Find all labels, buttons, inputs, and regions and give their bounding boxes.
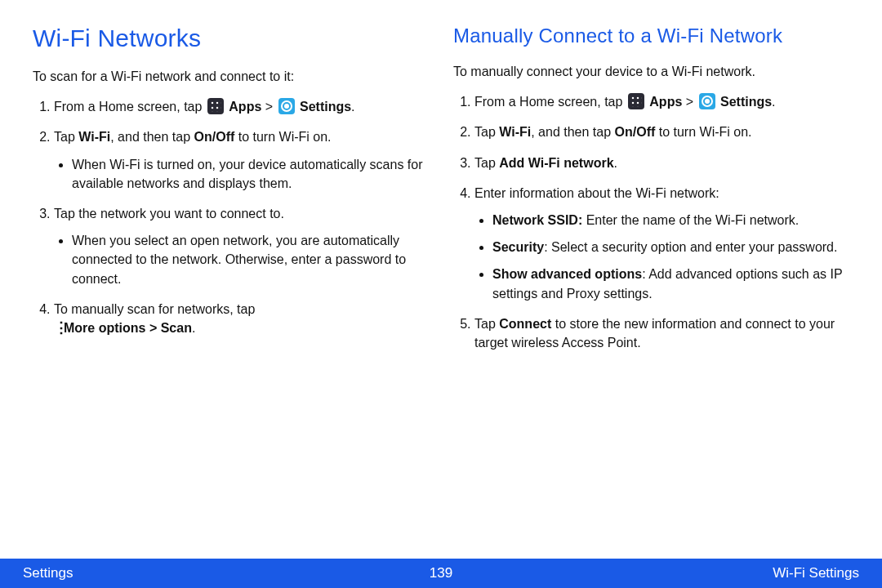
t: Tap (474, 125, 499, 139)
t: To manually scan for networks, tap (54, 302, 255, 316)
step-3: Tap the network you want to connect to. … (54, 204, 429, 288)
content-area: Wi-Fi Networks To scan for a Wi-Fi netwo… (0, 0, 882, 559)
step-3: Tap Add Wi-Fi network. (474, 154, 849, 172)
settings-icon (278, 98, 295, 114)
sub-item: Show advanced options: Add advanced opti… (492, 265, 849, 302)
t: Tap the network you want to connect to. (54, 207, 284, 220)
step-1: From a Home screen, tap Apps > Settings. (54, 97, 429, 116)
footer-left: Settings (23, 565, 73, 581)
security-label: Security (492, 240, 544, 254)
period: . (351, 100, 354, 114)
t: to turn Wi-Fi on. (655, 125, 751, 139)
t: Enter the name of the Wi-Fi network. (582, 213, 799, 227)
sub-item: Network SSID: Enter the name of the Wi-F… (492, 211, 849, 229)
t: Enter information about the Wi-Fi networ… (474, 186, 719, 200)
apps-label: Apps (649, 95, 682, 109)
more-options-icon (54, 320, 62, 335)
apps-label: Apps (229, 100, 261, 114)
intro-right: To manually connect your device to a Wi-… (453, 62, 849, 81)
steps-right: From a Home screen, tap Apps > Settings.… (453, 92, 849, 352)
page-footer: Settings 139 Wi-Fi Settings (0, 559, 882, 588)
step-2: Tap Wi-Fi, and then tap On/Off to turn W… (54, 127, 429, 193)
step-text: From a Home screen, tap (54, 100, 206, 114)
sub-item: When you select an open network, you are… (72, 231, 429, 288)
wifi-label: Wi-Fi (499, 125, 531, 139)
step-4: Enter information about the Wi-Fi networ… (474, 184, 849, 303)
t: Tap (474, 156, 499, 170)
t: , and then tap (531, 125, 614, 139)
settings-label: Settings (720, 95, 772, 109)
separator: > (261, 100, 276, 114)
section-title-right: Manually Connect to a Wi-Fi Network (453, 24, 849, 47)
t: From a Home screen, tap (474, 95, 626, 109)
left-column: Wi-Fi Networks To scan for a Wi-Fi netwo… (33, 24, 429, 550)
intro-left: To scan for a Wi-Fi network and connect … (33, 67, 429, 86)
step-2: Tap Wi-Fi, and then tap On/Off to turn W… (474, 122, 849, 141)
add-wifi-label: Add Wi-Fi network (499, 156, 613, 170)
ssid-label: Network SSID: (492, 213, 582, 227)
t: . (614, 156, 617, 170)
manual-page: Wi-Fi Networks To scan for a Wi-Fi netwo… (0, 0, 882, 588)
steps-left: From a Home screen, tap Apps > Settings.… (33, 97, 429, 337)
substeps: Network SSID: Enter the name of the Wi-F… (474, 211, 849, 303)
t: Tap (474, 317, 499, 331)
wifi-label: Wi-Fi (78, 130, 110, 144)
connect-label: Connect (499, 317, 551, 331)
t: , and then tap (110, 130, 194, 144)
onoff-label: On/Off (194, 130, 235, 144)
sub-item: When Wi-Fi is turned on, your device aut… (72, 155, 429, 193)
footer-right: Wi-Fi Settings (773, 565, 859, 581)
step-5: Tap Connect to store the new information… (474, 314, 849, 352)
period: . (772, 95, 775, 109)
substeps: When Wi-Fi is turned on, your device aut… (54, 155, 429, 193)
period: . (192, 321, 195, 335)
sub-item: Security: Select a security option and e… (492, 238, 849, 256)
t: to turn Wi-Fi on. (234, 130, 331, 144)
separator: > (682, 95, 697, 109)
step-1: From a Home screen, tap Apps > Settings. (474, 92, 849, 111)
apps-icon (628, 93, 644, 109)
substeps: When you select an open network, you are… (54, 231, 429, 288)
settings-label: Settings (300, 100, 351, 114)
section-title-left: Wi-Fi Networks (33, 24, 429, 52)
apps-icon (207, 98, 224, 114)
right-column: Manually Connect to a Wi-Fi Network To m… (453, 24, 849, 550)
more-scan-label: More options > Scan (64, 321, 192, 335)
page-number: 139 (430, 565, 452, 581)
advanced-label: Show advanced options (492, 267, 642, 281)
t: : Select a security option and enter you… (544, 240, 837, 254)
onoff-label: On/Off (615, 125, 656, 139)
settings-icon (699, 93, 715, 109)
step-4: To manually scan for networks, tap More … (54, 300, 429, 337)
t: Tap (54, 130, 78, 144)
